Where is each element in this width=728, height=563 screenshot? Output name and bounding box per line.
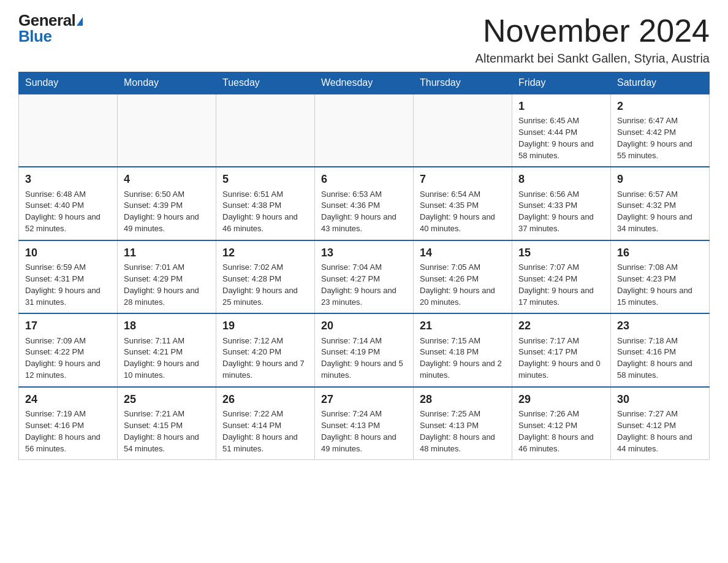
- calendar-header-row: SundayMondayTuesdayWednesdayThursdayFrid…: [19, 72, 710, 94]
- header-tuesday: Tuesday: [216, 72, 315, 94]
- day-number: 4: [124, 171, 210, 187]
- calendar-cell: 18Sunrise: 7:11 AM Sunset: 4:21 PM Dayli…: [118, 313, 216, 386]
- title-area: November 2024 Altenmarkt bei Sankt Galle…: [476, 12, 710, 66]
- day-info: Sunrise: 7:09 AM Sunset: 4:22 PM Dayligh…: [25, 336, 100, 380]
- day-info: Sunrise: 6:53 AM Sunset: 4:36 PM Dayligh…: [321, 190, 396, 234]
- logo: General Blue: [18, 12, 83, 44]
- day-number: 21: [420, 318, 506, 334]
- day-number: 1: [518, 98, 604, 114]
- day-info: Sunrise: 7:25 AM Sunset: 4:13 PM Dayligh…: [420, 409, 495, 453]
- header-sunday: Sunday: [19, 72, 118, 94]
- week-row-1: 1Sunrise: 6:45 AM Sunset: 4:44 PM Daylig…: [19, 94, 710, 167]
- calendar-cell: 28Sunrise: 7:25 AM Sunset: 4:13 PM Dayli…: [414, 387, 512, 460]
- calendar-cell: 26Sunrise: 7:22 AM Sunset: 4:14 PM Dayli…: [216, 387, 315, 460]
- day-number: 7: [420, 171, 506, 187]
- calendar-cell: [19, 94, 118, 167]
- calendar-cell: 10Sunrise: 6:59 AM Sunset: 4:31 PM Dayli…: [19, 240, 118, 313]
- day-number: 15: [518, 245, 604, 261]
- day-info: Sunrise: 7:04 AM Sunset: 4:27 PM Dayligh…: [321, 262, 396, 307]
- day-info: Sunrise: 7:21 AM Sunset: 4:15 PM Dayligh…: [124, 409, 199, 453]
- header-saturday: Saturday: [611, 72, 710, 94]
- calendar-cell: 7Sunrise: 6:54 AM Sunset: 4:35 PM Daylig…: [414, 167, 512, 240]
- day-number: 14: [420, 245, 506, 261]
- day-info: Sunrise: 7:18 AM Sunset: 4:16 PM Dayligh…: [617, 336, 692, 380]
- day-number: 25: [124, 391, 210, 407]
- day-info: Sunrise: 6:50 AM Sunset: 4:39 PM Dayligh…: [124, 190, 199, 234]
- week-row-4: 17Sunrise: 7:09 AM Sunset: 4:22 PM Dayli…: [19, 313, 710, 386]
- calendar-cell: 19Sunrise: 7:12 AM Sunset: 4:20 PM Dayli…: [216, 313, 315, 386]
- day-number: 22: [518, 318, 604, 334]
- calendar-table: SundayMondayTuesdayWednesdayThursdayFrid…: [18, 72, 710, 460]
- day-info: Sunrise: 6:47 AM Sunset: 4:42 PM Dayligh…: [617, 116, 692, 160]
- day-number: 9: [617, 171, 703, 187]
- day-number: 8: [518, 171, 604, 187]
- page-header: General Blue November 2024 Altenmarkt be…: [18, 12, 710, 66]
- calendar-cell: [118, 94, 216, 167]
- day-number: 6: [321, 171, 407, 187]
- calendar-cell: 24Sunrise: 7:19 AM Sunset: 4:16 PM Dayli…: [19, 387, 118, 460]
- day-number: 16: [617, 245, 703, 261]
- day-info: Sunrise: 7:24 AM Sunset: 4:13 PM Dayligh…: [321, 409, 396, 453]
- day-info: Sunrise: 7:11 AM Sunset: 4:21 PM Dayligh…: [124, 336, 199, 380]
- calendar-cell: 11Sunrise: 7:01 AM Sunset: 4:29 PM Dayli…: [118, 240, 216, 313]
- day-number: 17: [25, 318, 111, 334]
- day-number: 13: [321, 245, 407, 261]
- day-number: 5: [222, 171, 308, 187]
- calendar-cell: [315, 94, 414, 167]
- calendar-cell: 8Sunrise: 6:56 AM Sunset: 4:33 PM Daylig…: [512, 167, 611, 240]
- day-number: 19: [222, 318, 308, 334]
- header-monday: Monday: [118, 72, 216, 94]
- day-number: 23: [617, 318, 703, 334]
- logo-triangle-icon: [77, 17, 83, 26]
- day-number: 10: [25, 245, 111, 261]
- day-info: Sunrise: 6:54 AM Sunset: 4:35 PM Dayligh…: [420, 190, 495, 234]
- day-info: Sunrise: 6:56 AM Sunset: 4:33 PM Dayligh…: [518, 190, 594, 234]
- day-info: Sunrise: 7:26 AM Sunset: 4:12 PM Dayligh…: [518, 409, 594, 453]
- day-info: Sunrise: 7:27 AM Sunset: 4:12 PM Dayligh…: [617, 409, 692, 453]
- month-title: November 2024: [476, 12, 710, 49]
- calendar-cell: 21Sunrise: 7:15 AM Sunset: 4:18 PM Dayli…: [414, 313, 512, 386]
- calendar-cell: 20Sunrise: 7:14 AM Sunset: 4:19 PM Dayli…: [315, 313, 414, 386]
- day-info: Sunrise: 7:01 AM Sunset: 4:29 PM Dayligh…: [124, 262, 199, 307]
- calendar-cell: 17Sunrise: 7:09 AM Sunset: 4:22 PM Dayli…: [19, 313, 118, 386]
- day-number: 24: [25, 391, 111, 407]
- calendar-cell: 6Sunrise: 6:53 AM Sunset: 4:36 PM Daylig…: [315, 167, 414, 240]
- header-wednesday: Wednesday: [315, 72, 414, 94]
- day-info: Sunrise: 7:15 AM Sunset: 4:18 PM Dayligh…: [420, 336, 502, 380]
- day-info: Sunrise: 6:45 AM Sunset: 4:44 PM Dayligh…: [518, 116, 594, 160]
- day-number: 2: [617, 98, 703, 114]
- calendar-cell: 5Sunrise: 6:51 AM Sunset: 4:38 PM Daylig…: [216, 167, 315, 240]
- week-row-3: 10Sunrise: 6:59 AM Sunset: 4:31 PM Dayli…: [19, 240, 710, 313]
- day-number: 28: [420, 391, 506, 407]
- calendar-cell: 13Sunrise: 7:04 AM Sunset: 4:27 PM Dayli…: [315, 240, 414, 313]
- calendar-cell: 12Sunrise: 7:02 AM Sunset: 4:28 PM Dayli…: [216, 240, 315, 313]
- calendar-cell: 9Sunrise: 6:57 AM Sunset: 4:32 PM Daylig…: [611, 167, 710, 240]
- week-row-2: 3Sunrise: 6:48 AM Sunset: 4:40 PM Daylig…: [19, 167, 710, 240]
- day-info: Sunrise: 7:17 AM Sunset: 4:17 PM Dayligh…: [518, 336, 601, 380]
- day-number: 12: [222, 245, 308, 261]
- day-info: Sunrise: 7:12 AM Sunset: 4:20 PM Dayligh…: [222, 336, 305, 380]
- day-number: 30: [617, 391, 703, 407]
- day-info: Sunrise: 7:05 AM Sunset: 4:26 PM Dayligh…: [420, 262, 495, 307]
- day-info: Sunrise: 6:51 AM Sunset: 4:38 PM Dayligh…: [222, 190, 298, 234]
- day-info: Sunrise: 7:14 AM Sunset: 4:19 PM Dayligh…: [321, 336, 403, 380]
- calendar-cell: [216, 94, 315, 167]
- day-number: 20: [321, 318, 407, 334]
- week-row-5: 24Sunrise: 7:19 AM Sunset: 4:16 PM Dayli…: [19, 387, 710, 460]
- day-info: Sunrise: 7:02 AM Sunset: 4:28 PM Dayligh…: [222, 262, 298, 307]
- calendar-cell: 29Sunrise: 7:26 AM Sunset: 4:12 PM Dayli…: [512, 387, 611, 460]
- day-number: 26: [222, 391, 308, 407]
- calendar-cell: [414, 94, 512, 167]
- day-info: Sunrise: 6:59 AM Sunset: 4:31 PM Dayligh…: [25, 262, 100, 307]
- location-subtitle: Altenmarkt bei Sankt Gallen, Styria, Aus…: [476, 52, 710, 66]
- calendar-cell: 22Sunrise: 7:17 AM Sunset: 4:17 PM Dayli…: [512, 313, 611, 386]
- day-number: 3: [25, 171, 111, 187]
- calendar-cell: 2Sunrise: 6:47 AM Sunset: 4:42 PM Daylig…: [611, 94, 710, 167]
- header-friday: Friday: [512, 72, 611, 94]
- day-info: Sunrise: 7:19 AM Sunset: 4:16 PM Dayligh…: [25, 409, 100, 453]
- day-info: Sunrise: 7:22 AM Sunset: 4:14 PM Dayligh…: [222, 409, 298, 453]
- day-info: Sunrise: 6:48 AM Sunset: 4:40 PM Dayligh…: [25, 190, 100, 234]
- day-number: 29: [518, 391, 604, 407]
- calendar-cell: 23Sunrise: 7:18 AM Sunset: 4:16 PM Dayli…: [611, 313, 710, 386]
- calendar-cell: 30Sunrise: 7:27 AM Sunset: 4:12 PM Dayli…: [611, 387, 710, 460]
